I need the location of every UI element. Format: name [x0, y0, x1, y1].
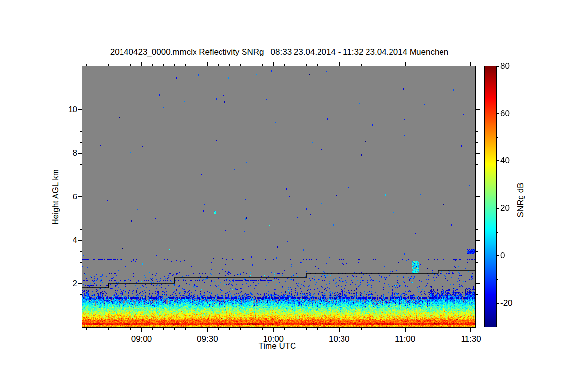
y-minor-tick-right [476, 251, 478, 252]
colorbar-major-tick [497, 160, 499, 161]
y-minor-tick-right [476, 131, 478, 132]
y-major-tick-right [476, 240, 480, 241]
y-tick-label: 8 [53, 149, 77, 158]
x-minor-tick [416, 328, 416, 330]
x-minor-tick-top [152, 64, 153, 66]
x-minor-tick-top [394, 64, 394, 66]
y-minor-tick [80, 164, 82, 165]
colorbar-minor-tick [497, 90, 498, 90]
x-minor-tick [372, 328, 372, 330]
y-minor-tick [80, 99, 82, 99]
x-minor-tick [427, 328, 427, 330]
y-minor-tick-right [476, 99, 478, 99]
x-minor-tick-top [174, 64, 175, 66]
x-tick-label: 09:00 [124, 334, 159, 344]
x-minor-tick [185, 328, 186, 330]
y-minor-tick-right [476, 142, 478, 143]
x-minor-tick-top [438, 64, 438, 66]
y-major-tick-right [476, 109, 480, 110]
y-minor-tick [80, 77, 82, 77]
x-minor-tick-top [317, 64, 318, 66]
x-minor-tick-top [383, 64, 383, 66]
x-major-tick-top [141, 62, 142, 66]
y-minor-tick-right [476, 229, 478, 230]
colorbar-tick-label: 0 [500, 251, 505, 260]
x-major-tick [339, 328, 340, 332]
x-tick-label: 11:00 [388, 334, 422, 344]
x-minor-tick [163, 328, 164, 330]
y-minor-tick [80, 208, 82, 208]
x-minor-tick-top [196, 64, 196, 66]
heatmap-canvas [82, 66, 475, 327]
x-minor-tick [394, 328, 394, 330]
x-minor-tick-top [416, 64, 416, 66]
y-minor-tick [80, 229, 82, 230]
colorbar-minor-tick [497, 185, 498, 185]
x-minor-tick [251, 328, 251, 330]
x-major-tick [141, 328, 142, 332]
figure: 20140423_0000.mmclx Reflectivity SNRg 08… [0, 0, 588, 392]
x-minor-tick [262, 328, 263, 330]
x-minor-tick-top [306, 64, 307, 66]
x-minor-tick [295, 328, 295, 330]
y-major-tick [78, 109, 82, 110]
x-minor-tick-top [295, 64, 295, 66]
y-minor-tick-right [476, 219, 478, 219]
colorbar-gradient [485, 66, 496, 327]
y-minor-tick [80, 251, 82, 252]
x-minor-tick-top [251, 64, 251, 66]
colorbar-tick-label: 20 [500, 204, 510, 213]
y-minor-tick [80, 121, 82, 121]
chart-title: 20140423_0000.mmclx Reflectivity SNRg 08… [83, 48, 475, 57]
y-minor-tick [80, 219, 82, 219]
x-minor-tick [317, 328, 318, 330]
x-minor-tick [449, 328, 449, 330]
y-tick-label: 2 [53, 279, 77, 288]
x-minor-tick-top [427, 64, 427, 66]
x-minor-tick-top [98, 64, 98, 66]
y-minor-tick [80, 262, 82, 263]
x-minor-tick-top [350, 64, 350, 66]
x-minor-tick [240, 328, 241, 330]
x-minor-tick [174, 328, 175, 330]
x-minor-tick [108, 328, 109, 330]
y-minor-tick [80, 88, 82, 88]
y-minor-tick-right [476, 175, 478, 175]
x-minor-tick [196, 328, 196, 330]
x-major-tick [273, 328, 274, 332]
colorbar-tick-label: 40 [500, 156, 510, 165]
plot-area [82, 66, 476, 328]
y-minor-tick-right [476, 208, 478, 208]
y-major-tick-right [476, 283, 480, 284]
colorbar-minor-tick [497, 232, 498, 233]
y-tick-label: 10 [53, 105, 77, 114]
x-minor-tick-top [185, 64, 186, 66]
colorbar-minor-tick [497, 279, 498, 280]
y-minor-tick [80, 306, 82, 306]
x-minor-tick-top [130, 64, 131, 66]
y-minor-tick-right [476, 273, 478, 273]
colorbar-major-tick [497, 303, 499, 304]
y-major-tick [78, 240, 82, 241]
y-minor-tick-right [476, 317, 478, 317]
colorbar-tick-label: 60 [500, 109, 510, 118]
x-minor-tick-top [372, 64, 372, 66]
x-tick-label: 11:30 [454, 334, 488, 344]
y-minor-tick [80, 317, 82, 317]
x-minor-tick [383, 328, 383, 330]
x-minor-tick-top [108, 64, 109, 66]
y-minor-tick-right [476, 262, 478, 263]
x-minor-tick [328, 328, 328, 330]
x-minor-tick-top [86, 64, 87, 66]
y-major-tick [78, 153, 82, 154]
x-major-tick [470, 328, 471, 332]
y-tick-label: 6 [53, 193, 77, 201]
y-minor-tick [80, 273, 82, 273]
x-tick-label: 10:00 [256, 334, 291, 344]
y-minor-tick-right [476, 164, 478, 165]
colorbar-tick-label: 80 [500, 62, 510, 71]
x-minor-tick [86, 328, 87, 330]
colorbar-minor-tick [497, 137, 498, 138]
x-major-tick [207, 328, 208, 332]
colorbar-major-tick [497, 113, 499, 114]
